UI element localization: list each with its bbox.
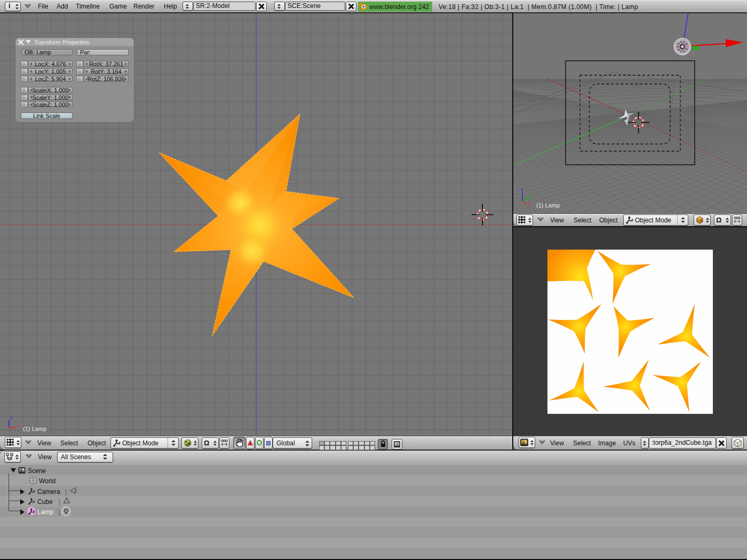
svg-text:z: z xyxy=(10,415,13,420)
svg-text:(1) Lamp: (1) Lamp xyxy=(536,202,560,209)
svg-text:z: z xyxy=(521,187,523,193)
svg-text:x: x xyxy=(18,423,20,428)
svg-text:(1) Lamp: (1) Lamp xyxy=(23,426,46,432)
svg-text:x: x xyxy=(528,202,530,207)
svg-text:y: y xyxy=(528,194,531,199)
